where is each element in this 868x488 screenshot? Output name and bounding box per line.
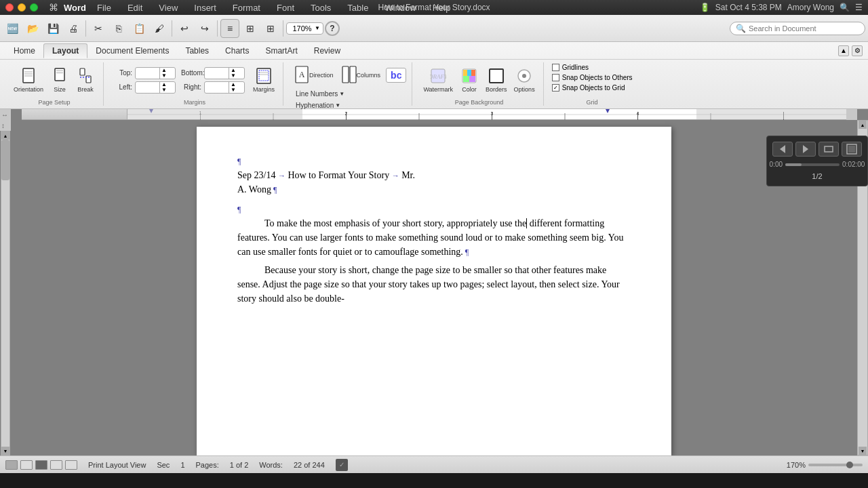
- save-button[interactable]: 💾: [43, 19, 62, 38]
- vertical-scrollbar[interactable]: ▲ ▼: [1, 131, 10, 455]
- table-icon[interactable]: ⊞: [261, 19, 280, 38]
- redo-button[interactable]: ↪: [195, 19, 214, 38]
- separator-2: [172, 20, 172, 37]
- close-button[interactable]: [5, 3, 14, 12]
- ribbon-content: Orientation Size Break Page Setup: [0, 60, 868, 108]
- help-button[interactable]: ?: [325, 21, 340, 36]
- bottom-input[interactable]: 1: [205, 69, 229, 77]
- left-spinner[interactable]: 1.25 ▲ ▼: [135, 81, 176, 94]
- margins-button[interactable]: Margins: [250, 66, 277, 94]
- gridlines-checkbox[interactable]: [552, 64, 559, 71]
- left-margin-indicator: [127, 109, 302, 119]
- snap-grid-label: Snap Objects to Grid: [562, 84, 625, 92]
- group-text-layout: A Direction Columns bc: [286, 62, 412, 106]
- scroll-thumb[interactable]: [1, 140, 9, 180]
- borders-button[interactable]: Borders: [483, 66, 510, 94]
- text-layout-items: A Direction Columns bc: [292, 62, 406, 112]
- bottom-down-arrow[interactable]: ▼: [229, 73, 237, 79]
- scroll-up-button[interactable]: ▲: [1, 131, 9, 140]
- menu-insert[interactable]: Insert: [189, 1, 222, 14]
- left-input[interactable]: 1.25: [136, 83, 159, 91]
- watermark-button[interactable]: DRAFT Watermark: [420, 66, 456, 94]
- menu-tools[interactable]: Tools: [305, 1, 336, 14]
- left-down-arrow[interactable]: ▼: [160, 87, 168, 93]
- tab-home[interactable]: Home: [5, 44, 43, 58]
- orientation-icon: [22, 68, 35, 86]
- top-label: Top:: [112, 69, 132, 77]
- menu-view[interactable]: View: [153, 1, 183, 14]
- color-button[interactable]: Color: [457, 66, 481, 94]
- p1-pilcrow: ¶: [463, 247, 469, 257]
- zoom-selector[interactable]: 170% ▼: [286, 22, 323, 35]
- view-web[interactable]: [50, 460, 62, 470]
- cut-button[interactable]: ✂: [89, 19, 108, 38]
- datetime: Sat Oct 4 5:38 PM: [715, 3, 782, 12]
- right-scroll-up[interactable]: ▲: [859, 121, 867, 129]
- align-left-icon[interactable]: ≡: [220, 19, 239, 38]
- undo-button[interactable]: ↩: [175, 19, 194, 38]
- zoom-thumb[interactable]: [846, 462, 853, 468]
- menu-font[interactable]: Font: [271, 1, 300, 14]
- ribbon-settings-button[interactable]: ⚙: [852, 45, 863, 56]
- top-down-arrow[interactable]: ▼: [160, 73, 168, 79]
- right-input[interactable]: 1.25: [205, 83, 229, 91]
- menu-icon[interactable]: ☰: [855, 3, 863, 12]
- maximize-button[interactable]: [30, 3, 38, 12]
- view-outline[interactable]: [20, 460, 33, 470]
- tab-charts[interactable]: Charts: [217, 44, 257, 58]
- snap-grid-checkbox[interactable]: [552, 84, 559, 92]
- hyphenation-bc-button[interactable]: bc: [386, 68, 406, 83]
- zoom-slider[interactable]: [808, 464, 863, 466]
- tab-review[interactable]: Review: [306, 44, 349, 58]
- view-draft[interactable]: [65, 460, 77, 470]
- copy-button[interactable]: ⎘: [109, 19, 128, 38]
- new-button[interactable]: 🆕: [3, 19, 22, 38]
- right-label: Right:: [181, 83, 201, 91]
- search-icon[interactable]: 🔍: [840, 3, 850, 12]
- ruler-toggle[interactable]: ↕: [0, 120, 11, 131]
- nav-fit-button[interactable]: [818, 142, 839, 157]
- tab-smartart[interactable]: SmartArt: [257, 44, 305, 58]
- tab-document-elements[interactable]: Document Elements: [87, 44, 177, 58]
- bottom-spinner[interactable]: 1 ▲ ▼: [204, 67, 245, 79]
- status-icon[interactable]: ✓: [336, 459, 348, 471]
- search-box[interactable]: 🔍: [730, 22, 865, 35]
- left-label: Left:: [112, 83, 132, 91]
- right-scroll-down[interactable]: ▼: [859, 447, 867, 455]
- scroll-down-button[interactable]: ▼: [1, 447, 9, 455]
- columns-button[interactable]: Columns: [339, 64, 384, 87]
- tab-tables[interactable]: Tables: [177, 44, 217, 58]
- format-painter[interactable]: 🖌: [150, 19, 169, 38]
- paragraph-1: To make the most emphasis of your short …: [237, 216, 631, 259]
- nav-next-button[interactable]: [795, 142, 816, 157]
- zoom-dropdown-icon[interactable]: ▼: [315, 25, 320, 31]
- right-spinner[interactable]: 1.25 ▲ ▼: [204, 81, 245, 94]
- ribbon-collapse-button[interactable]: ▲: [838, 45, 849, 56]
- break-button[interactable]: Break: [73, 66, 98, 94]
- right-down-arrow[interactable]: ▼: [229, 87, 237, 93]
- print-button[interactable]: 🖨: [64, 19, 83, 38]
- open-button[interactable]: 📂: [23, 19, 42, 38]
- menu-file[interactable]: File: [92, 1, 117, 14]
- orientation-button[interactable]: Orientation: [11, 66, 46, 94]
- columns-icon: [342, 65, 357, 85]
- top-input[interactable]: 1: [136, 69, 159, 77]
- search-input[interactable]: [749, 24, 857, 33]
- menu-format[interactable]: Format: [227, 1, 266, 14]
- menu-edit[interactable]: Edit: [122, 1, 148, 14]
- minimize-button[interactable]: [18, 3, 26, 12]
- direction-button[interactable]: A Direction: [292, 64, 336, 87]
- size-button[interactable]: Size: [47, 66, 72, 94]
- nav-prev-button[interactable]: [772, 142, 793, 157]
- line-numbers-button[interactable]: Line Numbers ▼: [292, 89, 349, 99]
- top-spinner[interactable]: 1 ▲ ▼: [135, 67, 176, 79]
- view-print[interactable]: [35, 460, 47, 470]
- nav-crop-button[interactable]: [842, 142, 862, 157]
- paste-button[interactable]: 📋: [130, 19, 149, 38]
- menu-table[interactable]: Table: [342, 1, 374, 14]
- grid-icon[interactable]: ⊞: [241, 19, 260, 38]
- view-normal[interactable]: [5, 460, 18, 470]
- tab-layout[interactable]: Layout: [43, 43, 87, 58]
- options-button[interactable]: Options: [511, 66, 538, 94]
- snap-others-checkbox[interactable]: [552, 74, 559, 81]
